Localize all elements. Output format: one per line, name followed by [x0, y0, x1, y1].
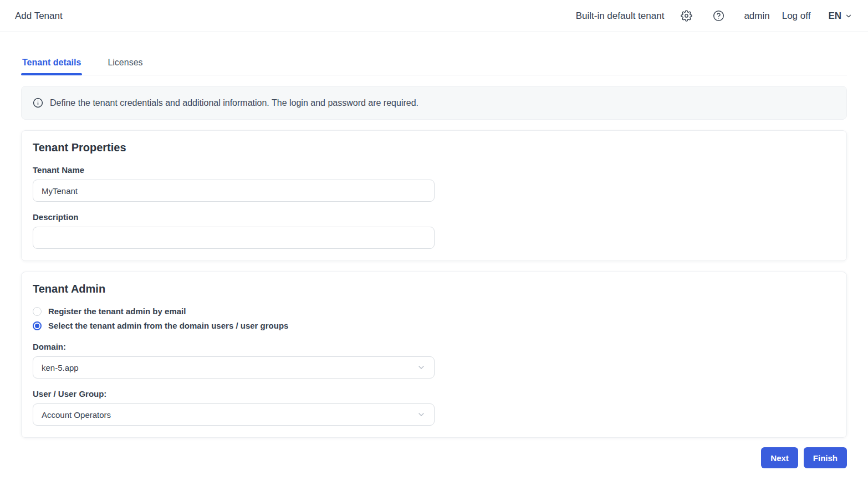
- user-group-select[interactable]: Account Operators: [33, 403, 435, 426]
- tenant-admin-radio-group: Register the tenant admin by email Selec…: [33, 306, 835, 330]
- settings-button[interactable]: [680, 9, 693, 23]
- domain-select[interactable]: ken-5.app: [33, 356, 435, 379]
- domain-field-group: Domain: ken-5.app: [33, 342, 835, 379]
- tab-licenses[interactable]: Licenses: [106, 53, 144, 75]
- tenant-admin-card: Tenant Admin Register the tenant admin b…: [21, 272, 847, 438]
- top-header: Add Tenant Built-in default tenant admin…: [0, 0, 868, 32]
- main-content: Tenant details Licenses Define the tenan…: [0, 32, 868, 501]
- finish-button[interactable]: Finish: [804, 447, 847, 468]
- wizard-actions: Next Finish: [21, 447, 847, 468]
- add-tenant-page: Add Tenant Built-in default tenant admin…: [0, 0, 868, 501]
- tenant-properties-card: Tenant Properties Tenant Name Descriptio…: [21, 130, 847, 261]
- chevron-down-icon: [417, 410, 426, 419]
- radio-register-by-email-label: Register the tenant admin by email: [48, 306, 186, 316]
- current-user-label[interactable]: admin: [744, 11, 769, 22]
- tab-bar: Tenant details Licenses: [21, 32, 847, 75]
- help-icon: [713, 10, 724, 22]
- user-group-select-value: Account Operators: [42, 410, 111, 420]
- page-title: Add Tenant: [15, 11, 63, 22]
- language-selector[interactable]: EN: [828, 11, 852, 22]
- domain-label: Domain:: [33, 342, 835, 351]
- language-label: EN: [828, 11, 841, 22]
- radio-select-from-domain[interactable]: Select the tenant admin from the domain …: [33, 321, 835, 330]
- help-button[interactable]: [712, 9, 725, 23]
- info-banner-text: Define the tenant credentials and additi…: [50, 98, 418, 108]
- user-group-field-group: User / User Group: Account Operators: [33, 389, 835, 426]
- next-button[interactable]: Next: [761, 447, 798, 468]
- info-banner: Define the tenant credentials and additi…: [21, 86, 847, 120]
- logoff-button[interactable]: Log off: [782, 11, 811, 22]
- user-group-label: User / User Group:: [33, 389, 835, 398]
- tenant-admin-title: Tenant Admin: [33, 283, 835, 295]
- radio-select-from-domain-label: Select the tenant admin from the domain …: [48, 321, 288, 330]
- tenant-properties-title: Tenant Properties: [33, 141, 835, 154]
- radio-register-by-email[interactable]: Register the tenant admin by email: [33, 306, 835, 316]
- domain-select-value: ken-5.app: [42, 363, 79, 372]
- header-right: Built-in default tenant admin Log off EN: [576, 9, 852, 23]
- info-icon: [33, 98, 43, 108]
- chevron-down-icon: [417, 363, 426, 372]
- tenant-name-input[interactable]: [33, 180, 435, 202]
- radio-unchecked-icon: [33, 307, 42, 316]
- tab-tenant-details[interactable]: Tenant details: [21, 53, 82, 75]
- description-label: Description: [33, 212, 835, 222]
- tenant-context-label[interactable]: Built-in default tenant: [576, 11, 665, 22]
- gear-icon: [681, 10, 692, 22]
- description-field-group: Description: [33, 212, 835, 249]
- chevron-down-icon: [845, 12, 852, 20]
- radio-checked-icon: [33, 321, 42, 330]
- tenant-name-label: Tenant Name: [33, 165, 835, 175]
- description-input[interactable]: [33, 227, 435, 249]
- tenant-name-field-group: Tenant Name: [33, 165, 835, 202]
